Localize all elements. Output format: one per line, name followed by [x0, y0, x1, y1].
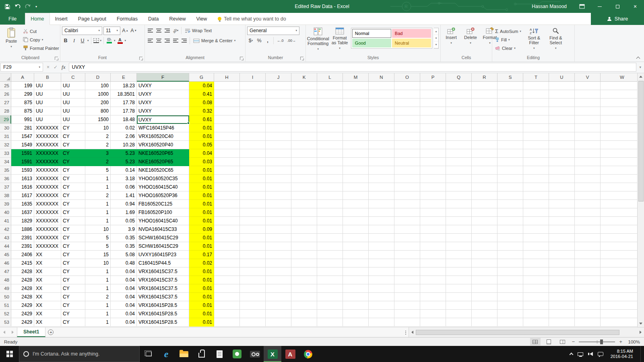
cell-L28[interactable]: [317, 107, 343, 115]
cell-D49[interactable]: 1: [85, 284, 111, 293]
column-header-H[interactable]: H: [214, 73, 240, 82]
column-header-I[interactable]: I: [240, 73, 266, 82]
redo-icon[interactable]: [25, 4, 31, 9]
cell-P32[interactable]: [420, 141, 446, 149]
cell-I40[interactable]: [240, 208, 266, 217]
cell-D50[interactable]: 2: [85, 293, 111, 301]
zoom-level[interactable]: 100%: [626, 339, 640, 344]
cell-M37[interactable]: [343, 183, 369, 191]
cell-C47[interactable]: CY: [61, 267, 85, 276]
cell-B48[interactable]: XX: [34, 276, 61, 284]
cell-O45[interactable]: [394, 251, 420, 259]
cell-K29[interactable]: [291, 115, 317, 124]
cell-L34[interactable]: [317, 158, 343, 166]
cell-K33[interactable]: [291, 149, 317, 158]
cell-B42[interactable]: XXXXXXX: [34, 225, 61, 234]
cell-N31[interactable]: [369, 132, 394, 141]
cell-style-good[interactable]: Good: [352, 39, 391, 47]
minimize-button[interactable]: [591, 0, 609, 13]
cell-M47[interactable]: [343, 267, 369, 276]
cell-D35[interactable]: 5: [85, 166, 111, 175]
cell-K39[interactable]: [291, 200, 317, 208]
cell-M27[interactable]: [343, 99, 369, 107]
cell-Q25[interactable]: [446, 82, 472, 90]
cell-V47[interactable]: [575, 267, 601, 276]
cell-E30[interactable]: 0.02: [111, 124, 137, 132]
cell-S40[interactable]: [497, 208, 523, 217]
sort-filter-button[interactable]: AZ Sort & Filter▾: [524, 26, 544, 51]
clipboard-dialog-launcher[interactable]: [55, 57, 58, 60]
row-header-51[interactable]: 51: [0, 301, 11, 310]
cell-P49[interactable]: [420, 284, 446, 293]
cell-B34[interactable]: XXXXXXX: [34, 158, 61, 166]
cell-J45[interactable]: [266, 251, 291, 259]
cell-I35[interactable]: [240, 166, 266, 175]
cell-R30[interactable]: [472, 124, 497, 132]
gallery-more-icon[interactable]: ▼: [434, 41, 438, 48]
cell-G33[interactable]: 0.04: [189, 149, 214, 158]
cell-S31[interactable]: [497, 132, 523, 141]
cell-C31[interactable]: CY: [61, 132, 85, 141]
cell-O53[interactable]: [394, 318, 420, 327]
cell-F47[interactable]: VRX160415C37.5: [137, 267, 189, 276]
cell-Q32[interactable]: [446, 141, 472, 149]
cell-P28[interactable]: [420, 107, 446, 115]
cell-U46[interactable]: [549, 259, 575, 267]
cell-H33[interactable]: [214, 149, 240, 158]
cell-R52[interactable]: [472, 310, 497, 318]
cell-F32[interactable]: VRX160520P40: [137, 141, 189, 149]
cell-E40[interactable]: 1.69: [111, 208, 137, 217]
cell-L25[interactable]: [317, 82, 343, 90]
cell-J38[interactable]: [266, 191, 291, 200]
cell-D27[interactable]: 200: [85, 99, 111, 107]
cell-L47[interactable]: [317, 267, 343, 276]
cell-A32[interactable]: 1549: [11, 141, 34, 149]
cell-D51[interactable]: 1: [85, 301, 111, 310]
cell-O28[interactable]: [394, 107, 420, 115]
cell-S27[interactable]: [497, 99, 523, 107]
cell-I41[interactable]: [240, 217, 266, 225]
cell-C30[interactable]: CY: [61, 124, 85, 132]
cell-V40[interactable]: [575, 208, 601, 217]
cell-D32[interactable]: 2: [85, 141, 111, 149]
cell-T43[interactable]: [523, 234, 549, 242]
cell-R25[interactable]: [472, 82, 497, 90]
cell-H50[interactable]: [214, 293, 240, 301]
cell-V34[interactable]: [575, 158, 601, 166]
cell-M42[interactable]: [343, 225, 369, 234]
cell-N46[interactable]: [369, 259, 394, 267]
cell-H26[interactable]: [214, 90, 240, 99]
cell-R35[interactable]: [472, 166, 497, 175]
cell-H38[interactable]: [214, 191, 240, 200]
cell-G49[interactable]: 0.01: [189, 284, 214, 293]
cell-K52[interactable]: [291, 310, 317, 318]
cell-Q31[interactable]: [446, 132, 472, 141]
cell-Q41[interactable]: [446, 217, 472, 225]
cell-G40[interactable]: 0.01: [189, 208, 214, 217]
cell-C40[interactable]: CY: [61, 208, 85, 217]
cell-A50[interactable]: 2428: [11, 293, 34, 301]
row-header-28[interactable]: 28: [0, 107, 11, 115]
sheet-nav-left-icon[interactable]: [0, 327, 8, 337]
cell-M25[interactable]: [343, 82, 369, 90]
cell-L46[interactable]: [317, 259, 343, 267]
cell-style-normal[interactable]: Normal: [352, 29, 391, 38]
cell-G25[interactable]: 0.04: [189, 82, 214, 90]
cell-C28[interactable]: UU: [61, 107, 85, 115]
cell-K35[interactable]: [291, 166, 317, 175]
cell-M46[interactable]: [343, 259, 369, 267]
cell-G29[interactable]: 0.61: [189, 115, 214, 124]
task-view-button[interactable]: [140, 346, 157, 362]
cell-O51[interactable]: [394, 301, 420, 310]
cell-P37[interactable]: [420, 183, 446, 191]
cell-R34[interactable]: [472, 158, 497, 166]
ribbon-tab-insert[interactable]: Insert: [50, 13, 73, 25]
cell-L37[interactable]: [317, 183, 343, 191]
cell-I29[interactable]: [240, 115, 266, 124]
cell-S34[interactable]: [497, 158, 523, 166]
cell-S32[interactable]: [497, 141, 523, 149]
row-header-27[interactable]: 27: [0, 99, 11, 107]
file-tab[interactable]: File: [0, 13, 25, 25]
network-icon[interactable]: [578, 352, 583, 356]
cell-U35[interactable]: [549, 166, 575, 175]
